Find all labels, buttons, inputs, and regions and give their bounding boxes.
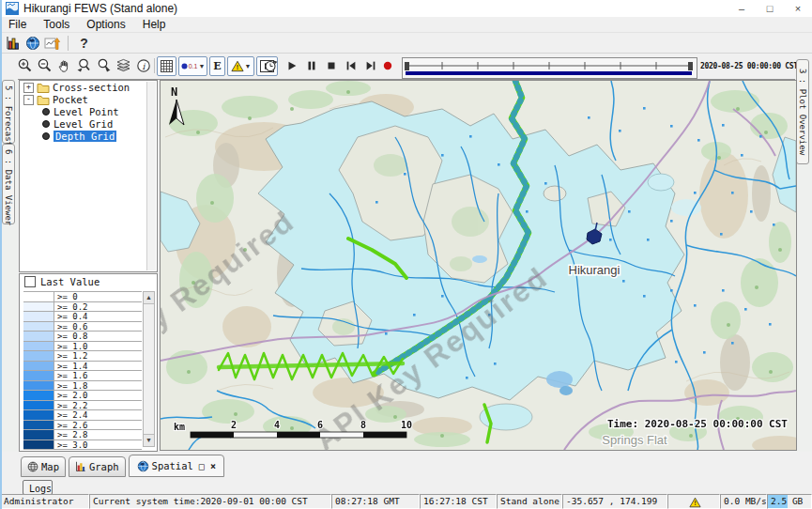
status-mode: Stand alone xyxy=(497,494,562,509)
info-button[interactable]: i xyxy=(133,56,153,74)
menu-options[interactable]: Options xyxy=(78,17,133,32)
area-label: Springs Flat xyxy=(602,433,667,447)
legend-swatch xyxy=(23,332,54,341)
legend-swatch xyxy=(23,351,54,361)
pan-button[interactable] xyxy=(54,56,74,74)
legend-e-icon: E xyxy=(213,60,221,72)
play-button[interactable] xyxy=(282,56,301,74)
legend-toggle-button[interactable]: E xyxy=(209,56,225,76)
menu-tools[interactable]: Tools xyxy=(35,17,78,32)
north-label: N xyxy=(171,85,177,99)
tab-spatial-label: Spatial xyxy=(152,460,193,471)
logs-button[interactable]: Logs xyxy=(23,480,53,495)
scroll-up-icon[interactable]: ▲ xyxy=(144,292,154,304)
fews-logo-icon xyxy=(6,2,19,15)
legend-swatch xyxy=(23,440,54,450)
minimize-button[interactable]: – xyxy=(728,0,756,17)
tree-item-cross-section[interactable]: + Cross-section xyxy=(20,82,157,93)
pause-icon xyxy=(305,59,318,72)
legend-panel: Last Value >= 0 >= 0.2 >= 0.4 >= 0.6 >= … xyxy=(19,273,158,452)
database-chart-button[interactable] xyxy=(3,34,23,52)
timeline-slider[interactable] xyxy=(402,57,697,79)
skip-start-icon xyxy=(345,59,358,72)
stop-button[interactable] xyxy=(321,56,341,74)
close-panel-icon[interactable]: × xyxy=(210,461,216,471)
chart-up-arrow-icon xyxy=(44,36,61,51)
tree-item-pocket[interactable]: - Pocket xyxy=(20,94,157,105)
zoom-in-button[interactable] xyxy=(15,56,35,74)
bar-chart-icon xyxy=(6,36,21,51)
thresholds-dropdown[interactable]: !▼ xyxy=(227,56,254,76)
chevron-down-icon: ▼ xyxy=(245,63,252,69)
record-button[interactable] xyxy=(377,56,397,74)
bar-chart-icon xyxy=(75,461,86,472)
map-canvas: API Key Required API Key Required Hikura… xyxy=(161,81,796,450)
help-button[interactable]: ? xyxy=(74,34,94,52)
tab-forecast[interactable]: 5 : Forecast xyxy=(2,80,15,144)
dot-icon xyxy=(181,63,188,69)
tree-item-label: Pocket xyxy=(53,94,88,105)
node-bullet-icon xyxy=(42,108,50,116)
legend-swatch xyxy=(23,362,54,371)
expand-icon[interactable]: + xyxy=(23,83,34,93)
maximize-button[interactable]: □ xyxy=(756,0,784,17)
island-lake xyxy=(472,255,487,263)
timeseries-button[interactable] xyxy=(42,34,62,52)
tab-plot-overview[interactable]: 3 : Plot Overview xyxy=(796,59,809,164)
clock-run-icon xyxy=(264,58,279,73)
contour-value-label: 0.1 xyxy=(189,63,198,69)
zoom-back-icon xyxy=(76,57,92,73)
tab-map[interactable]: Map xyxy=(21,456,66,477)
collapse-icon[interactable]: - xyxy=(23,95,34,105)
tab-data-viewer[interactable]: 6 : Data Viewer xyxy=(2,144,15,224)
run-options-button[interactable] xyxy=(261,56,281,74)
town-label: Hikurangi xyxy=(569,263,620,277)
restore-panel-icon[interactable]: □ xyxy=(199,461,205,471)
tree-item-label-selected: Depth Grid xyxy=(54,131,116,142)
tree-scrollbar[interactable] xyxy=(146,82,156,270)
tree-item-label: Cross-section xyxy=(53,82,130,93)
play-icon xyxy=(285,59,299,72)
legend-swatch xyxy=(23,430,54,440)
scroll-down-icon[interactable]: ▼ xyxy=(144,434,154,446)
zoom-previous-button[interactable] xyxy=(74,56,94,74)
status-warning[interactable]: ! xyxy=(667,494,720,509)
tree-item-level-grid[interactable]: Level Grid xyxy=(20,118,157,130)
zoom-out-button[interactable] xyxy=(35,56,54,74)
scale-tick: 4 xyxy=(274,420,280,430)
layers-button[interactable] xyxy=(114,56,133,74)
tab-graph[interactable]: Graph xyxy=(69,456,126,477)
contour-value-dropdown[interactable]: 0.1▼ xyxy=(178,56,207,76)
last-value-checkbox[interactable] xyxy=(24,276,36,287)
map-view[interactable]: API Key Required API Key Required Hikura… xyxy=(160,80,797,451)
legend-row: >= 0.2 xyxy=(23,302,142,313)
menu-help[interactable]: Help xyxy=(134,17,175,32)
pause-button[interactable] xyxy=(301,56,321,74)
close-button[interactable]: × xyxy=(784,0,812,17)
scale-tick: 8 xyxy=(360,420,366,430)
toolbar-separator xyxy=(68,36,69,51)
map-display-button[interactable] xyxy=(23,34,42,52)
info-icon: i xyxy=(136,58,151,73)
tree-item-level-point[interactable]: Level Point xyxy=(20,106,157,117)
left-dock-strip: 5 : Forecast 6 : Data Viewer xyxy=(0,79,18,452)
zoom-next-button[interactable] xyxy=(94,56,114,74)
tree-item-label: Level Point xyxy=(54,106,119,117)
legend-row: >= 2.0 xyxy=(23,391,142,401)
legend-swatch xyxy=(23,421,54,430)
window-edge xyxy=(0,0,2,509)
step-first-button[interactable] xyxy=(341,56,360,74)
legend-row: >= 0.8 xyxy=(23,332,142,342)
scale-tick: 6 xyxy=(317,420,323,430)
tab-spatial[interactable]: Spatial □ × xyxy=(129,455,224,477)
view-tab-bar: Map Graph Spatial □ × xyxy=(21,455,790,477)
globe-icon xyxy=(137,460,149,472)
stop-icon xyxy=(325,59,338,72)
tab-graph-label: Graph xyxy=(89,461,119,472)
menu-file[interactable]: File xyxy=(0,17,35,32)
grid-display-button[interactable] xyxy=(157,56,176,76)
legend-scrollbar[interactable]: ▲ ▼ xyxy=(143,291,155,447)
legend-row: >= 0 xyxy=(23,292,142,302)
zoom-out-icon xyxy=(37,57,53,73)
tree-item-depth-grid[interactable]: Depth Grid xyxy=(20,131,157,142)
